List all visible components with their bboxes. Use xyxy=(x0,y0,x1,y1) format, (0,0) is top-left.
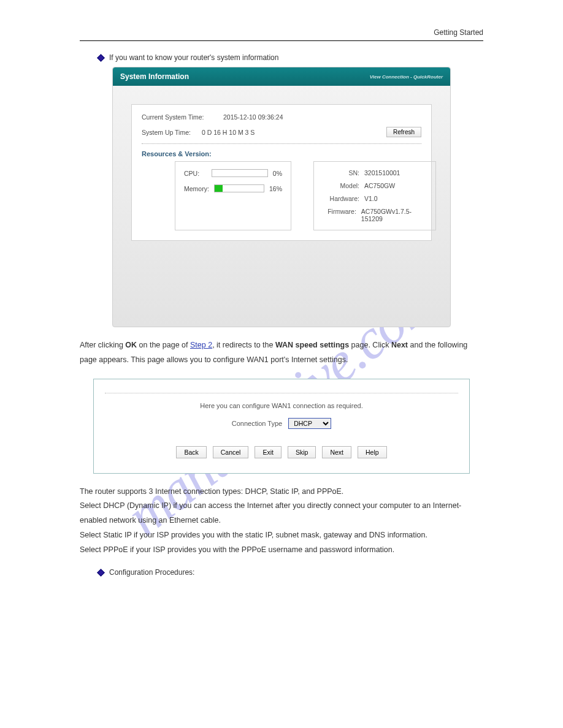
diamond-icon xyxy=(97,54,105,62)
system-information-panel: System Information View Connection - Qui… xyxy=(112,67,451,327)
hardware-value: V1.0 xyxy=(364,195,378,202)
help-button[interactable]: Help xyxy=(358,446,387,458)
resources-version-title: Resources & Version: xyxy=(142,150,421,157)
firmware-value: AC750GWv1.7.5-151209 xyxy=(361,208,427,222)
version-box: SN:3201510001 Model:AC750GW Hardware:V1.… xyxy=(313,161,436,230)
cancel-button[interactable]: Cancel xyxy=(213,446,249,458)
divider xyxy=(80,40,483,41)
sysinfo-title: System Information xyxy=(120,72,189,81)
sn-value: 3201510001 xyxy=(364,169,400,176)
paragraph-wan-intro: After clicking OK on the page of Step 2,… xyxy=(80,338,483,368)
refresh-button[interactable]: Refresh xyxy=(386,127,421,137)
wan1-config-panel: Here you can configure WAN1 connection a… xyxy=(93,379,470,474)
sysinfo-inner-panel: Current System Time: 2015-12-10 09:36:24… xyxy=(131,104,432,241)
cpu-meter xyxy=(212,169,267,177)
bullet-sysinfo: If you want to know your router's system… xyxy=(98,53,483,62)
memory-meter xyxy=(214,184,264,192)
brand-text: View Connection - QuickRouter xyxy=(370,74,443,80)
skip-button[interactable]: Skip xyxy=(288,446,316,458)
memory-percent: 16% xyxy=(269,185,282,192)
dotted-divider xyxy=(142,143,421,144)
step2-link[interactable]: Step 2 xyxy=(190,341,212,349)
hardware-label: Hardware: xyxy=(323,195,359,202)
cpu-percent: 0% xyxy=(273,170,282,177)
uptime-value: 0 D 16 H 10 M 3 S xyxy=(202,129,255,136)
wan1-dotted-top xyxy=(105,393,458,393)
connection-type-select[interactable]: DHCP xyxy=(288,418,331,429)
current-time-label: Current System Time: xyxy=(142,113,212,121)
bullet-text: If you want to know your router's system… xyxy=(109,53,278,62)
firmware-label: Firmware: xyxy=(323,208,356,222)
next-button[interactable]: Next xyxy=(322,446,351,458)
uptime-label: System Up Time: xyxy=(142,129,191,136)
header-chapter: Getting Started xyxy=(434,28,483,37)
current-time-value: 2015-12-10 09:36:24 xyxy=(223,113,283,121)
sn-label: SN: xyxy=(323,169,359,176)
diamond-icon xyxy=(97,569,105,577)
cpu-label: CPU: xyxy=(184,170,207,177)
connection-type-label: Connection Type xyxy=(232,420,282,427)
model-label: Model: xyxy=(323,182,359,189)
wan1-description: Here you can configure WAN1 connection a… xyxy=(105,402,458,409)
bullet-text: Configuration Procedures: xyxy=(109,568,194,577)
model-value: AC750GW xyxy=(364,182,395,189)
paragraph-connection-types: The router supports 3 Internet connectio… xyxy=(80,485,483,558)
resources-box: CPU: 0% Memory: 16% xyxy=(175,161,291,230)
sysinfo-header: System Information View Connection - Qui… xyxy=(113,67,450,86)
exit-button[interactable]: Exit xyxy=(255,446,282,458)
bullet-config-procedures: Configuration Procedures: xyxy=(98,568,483,577)
back-button[interactable]: Back xyxy=(176,446,206,458)
memory-label: Memory: xyxy=(184,185,209,192)
